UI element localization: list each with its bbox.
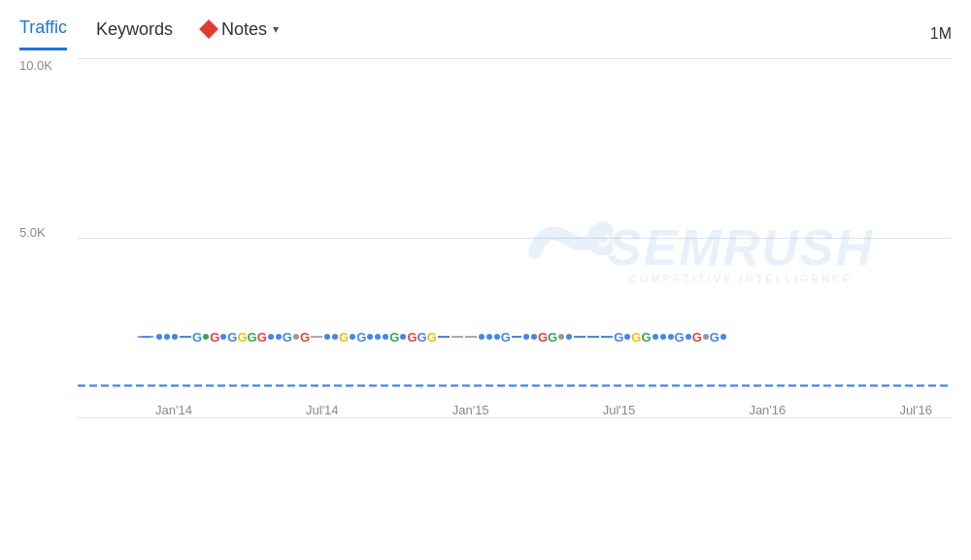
y-label-top: 10.0K — [19, 58, 52, 73]
x-label-1: Jul'14 — [306, 403, 339, 417]
right-value: 1M — [930, 25, 952, 43]
x-label-2: Jan'15 — [452, 403, 489, 417]
tab-keywords[interactable]: Keywords — [96, 19, 173, 49]
chart-svg — [78, 58, 952, 417]
chart-area: 10.0K 5.0K SEMRUSH COMPETITIVE INTELLIGE… — [19, 58, 952, 476]
tabs-bar: Traffic Keywords Notes ▾ 1M — [0, 0, 971, 58]
x-label-4: Jan'16 — [749, 403, 786, 417]
chevron-down-icon: ▾ — [273, 22, 279, 36]
grid-line-bottom — [78, 417, 952, 418]
tab-notes[interactable]: Notes ▾ — [202, 19, 279, 49]
google-icons-row: G G G G G G G G G G G G G G — [136, 322, 952, 351]
x-label-0: Jan'14 — [155, 403, 192, 417]
chart-inner: SEMRUSH COMPETITIVE INTELLIGENCE G G G G… — [78, 58, 952, 417]
diamond-icon — [199, 19, 218, 39]
x-label-5: Jul'16 — [899, 403, 932, 417]
x-label-3: Jul'15 — [603, 403, 636, 417]
y-label-middle: 5.0K — [19, 225, 52, 240]
x-axis: Jan'14 Jul'14 Jan'15 Jul'15 Jan'16 Jul'1… — [136, 403, 952, 417]
y-axis-labels: 10.0K 5.0K — [19, 58, 52, 392]
notes-label: Notes — [221, 19, 267, 40]
tab-traffic[interactable]: Traffic — [19, 17, 67, 50]
